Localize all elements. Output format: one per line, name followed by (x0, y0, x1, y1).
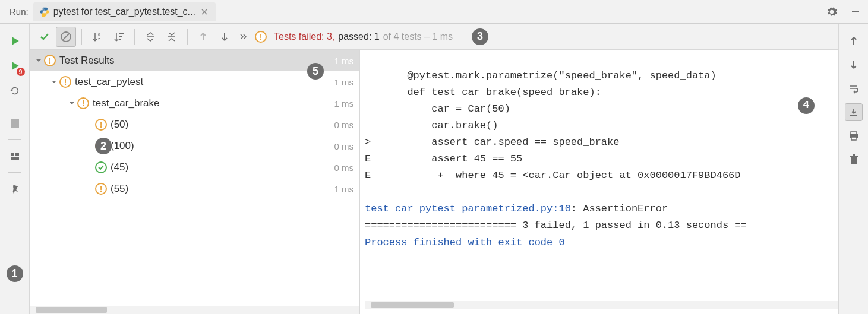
toggle-auto-test-icon[interactable] (6, 82, 24, 100)
console-line: E assert 45 == 55 (365, 153, 522, 164)
tree-time: 1 ms (334, 99, 353, 109)
console-output[interactable]: 4 @pytest.mark.parametrize("speed_brake"… (360, 50, 838, 314)
separator (8, 172, 21, 173)
svg-point-1 (45, 14, 46, 15)
warn-icon: ! (77, 97, 89, 109)
chevron-down-icon[interactable] (67, 100, 77, 107)
run-label: Run: (5, 7, 33, 17)
console-line: ========================= 3 failed, 1 pa… (365, 220, 747, 231)
separator (8, 139, 21, 140)
console-line: E + where 45 = <car.Car object at 0x0000… (365, 170, 741, 181)
svg-rect-5 (15, 153, 19, 156)
close-tab-icon[interactable] (199, 7, 210, 17)
svg-rect-12 (119, 36, 122, 37)
tree-time: 0 ms (334, 141, 353, 151)
svg-rect-20 (850, 156, 858, 157)
horizontal-scrollbar[interactable] (365, 301, 838, 309)
svg-rect-21 (853, 154, 855, 156)
tree-time: 1 ms (334, 184, 353, 194)
svg-text:a: a (98, 32, 100, 36)
sort-duration-icon[interactable] (109, 27, 129, 47)
svg-rect-16 (851, 132, 857, 134)
passed-count: passed: 1 (338, 31, 379, 42)
exit-line: Process finished with exit code 0 (365, 237, 565, 248)
chevron-down-icon[interactable] (33, 57, 44, 64)
expand-all-icon[interactable] (140, 27, 160, 47)
total-count: of 4 tests – 1 ms (383, 31, 453, 42)
console-line: > assert car.speed == speed_brake (365, 137, 619, 148)
prev-failed-icon[interactable] (193, 27, 213, 47)
tree-leaf-row[interactable]: ! (55) 1 ms (30, 178, 359, 199)
print-icon[interactable] (845, 127, 863, 145)
scrollbar-thumb[interactable] (371, 302, 454, 308)
tool-window-header: Run: pytest for test_car_pytest.test_c..… (0, 0, 868, 24)
svg-rect-6 (11, 157, 19, 160)
separator (187, 29, 188, 45)
show-ignored-icon[interactable] (56, 27, 76, 47)
callout-5: 5 (307, 63, 324, 80)
tree-leaf-row[interactable]: (45) 0 ms (30, 157, 359, 178)
tree-label: test_car_pytest (75, 76, 334, 88)
warn-icon: ! (95, 119, 107, 131)
check-icon (95, 161, 107, 173)
test-toolbar: az ! Tests failed: (30, 24, 838, 50)
layout-icon[interactable] (6, 147, 24, 165)
pin-icon[interactable] (6, 180, 24, 198)
tree-leaf-row[interactable]: ! (50) 0 ms (30, 114, 359, 135)
tree-time: 0 ms (334, 120, 353, 130)
next-failed-icon[interactable] (214, 27, 235, 47)
svg-line-8 (63, 34, 69, 40)
test-summary: ! Tests failed: 3, passed: 1 of 4 tests … (255, 31, 453, 43)
collapse-all-icon[interactable] (162, 27, 182, 47)
horizontal-scrollbar[interactable] (30, 306, 359, 314)
callout-2: 2 (95, 138, 112, 154)
console-line: @pytest.mark.parametrize("speed_brake", … (365, 70, 717, 81)
console-line: car.brake() (365, 120, 498, 131)
svg-rect-4 (11, 153, 14, 156)
warn-icon: ! (59, 76, 71, 88)
trash-icon[interactable] (845, 151, 863, 169)
tree-leaf-row[interactable]: ! (100) 0 ms (30, 135, 359, 157)
more-icon[interactable] (236, 27, 250, 47)
left-action-rail: 9 1 (0, 24, 30, 314)
test-tree-panel: 5 2 ! Test Results 1 ms ! test_car_pyt (30, 50, 360, 314)
file-link[interactable]: test_car_pytest_parametrized.py:10 (365, 203, 571, 214)
callout-1: 1 (7, 265, 23, 282)
tree-time: 1 ms (334, 77, 353, 87)
tree-label: (100) (111, 140, 334, 152)
main-area: az ! Tests failed: (30, 24, 838, 314)
scroll-to-end-icon[interactable] (845, 103, 863, 121)
separator (81, 29, 82, 45)
stop-icon[interactable] (6, 115, 24, 132)
run-icon[interactable] (6, 32, 24, 50)
tree-time: 0 ms (334, 163, 353, 173)
tree-node-row[interactable]: ! test_car_brake 1 ms (30, 93, 359, 114)
minimize-icon[interactable] (848, 4, 863, 20)
warn-icon: ! (44, 55, 56, 66)
warn-icon: ! (95, 183, 107, 195)
chevron-down-icon[interactable] (49, 78, 59, 85)
scroll-up-icon[interactable] (845, 32, 863, 50)
svg-rect-11 (119, 33, 124, 34)
console-line: : AssertionError (571, 203, 668, 214)
svg-rect-3 (11, 119, 19, 128)
console-line: def test_car_brake(speed_brake): (365, 87, 601, 98)
separator (134, 29, 135, 45)
warn-icon: ! (255, 31, 267, 43)
right-action-rail (838, 24, 868, 314)
show-passed-icon[interactable] (34, 27, 55, 47)
sort-alpha-icon[interactable]: az (87, 27, 108, 47)
rerun-failed-icon[interactable]: 9 (6, 57, 24, 75)
scroll-down-icon[interactable] (845, 56, 863, 74)
run-config-tab[interactable]: pytest for test_car_pytest.test_c... (33, 2, 216, 21)
tree-label: (55) (111, 183, 334, 195)
python-icon (39, 7, 50, 17)
tree-time: 1 ms (334, 56, 353, 66)
soft-wrap-icon[interactable] (845, 80, 863, 97)
svg-rect-2 (852, 11, 859, 12)
scrollbar-thumb[interactable] (36, 307, 107, 313)
tree-label: test_car_brake (93, 97, 334, 109)
gear-icon[interactable] (824, 4, 839, 20)
failed-count: Tests failed: 3, (274, 31, 334, 42)
callout-4: 4 (798, 97, 815, 114)
